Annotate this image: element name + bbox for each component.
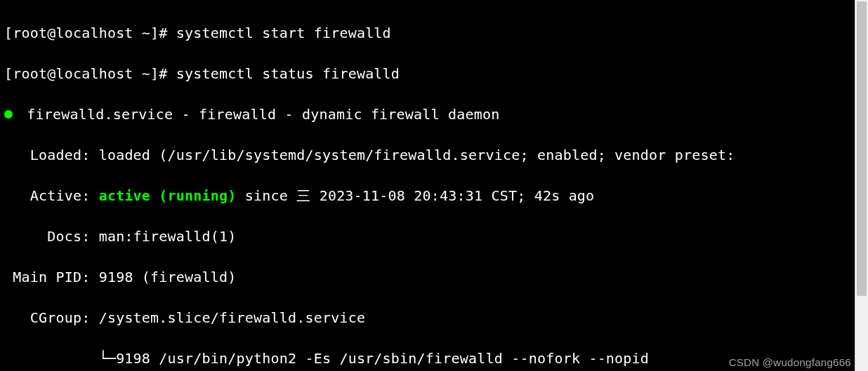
vertical-scrollbar[interactable] <box>855 0 868 371</box>
field-label: Main PID: <box>4 269 99 285</box>
service-header: firewalld.service - firewalld - dynamic … <box>4 104 851 125</box>
service-name: firewalld.service - firewalld - dynamic … <box>18 106 500 123</box>
field-value: 9198 (firewalld) <box>99 269 237 285</box>
watermark-text: CSDN @wudongfang666 <box>729 356 851 368</box>
field-label: CGroup: <box>4 309 99 326</box>
command-text: systemctl status firewalld <box>176 65 400 82</box>
prompt-line: [root@localhost ~]# systemctl status fir… <box>4 64 851 84</box>
field-label: Active: <box>4 187 99 204</box>
field-label: Loaded: <box>4 147 99 163</box>
scrollbar-thumb[interactable] <box>857 1 867 296</box>
mainpid-line: Main PID: 9198 (firewalld) <box>4 267 851 288</box>
field-value: loaded (/usr/lib/systemd/system/firewall… <box>99 147 735 163</box>
shell-prompt: [root@localhost ~]# <box>4 65 176 82</box>
loaded-line: Loaded: loaded (/usr/lib/systemd/system/… <box>4 145 851 166</box>
cgroup-line: CGroup: /system.slice/firewalld.service <box>4 308 851 328</box>
command-text: systemctl start firewalld <box>176 25 391 41</box>
active-line: Active: active (running) since 三 2023-11… <box>4 186 851 206</box>
status-dot-icon <box>4 110 13 119</box>
active-since: since 三 2023-11-08 20:43:31 CST; 42s ago <box>237 187 595 204</box>
active-state: active (running) <box>99 187 237 204</box>
field-label: Docs: <box>4 228 99 245</box>
docs-line: Docs: man:firewalld(1) <box>4 227 851 247</box>
field-value: man:firewalld(1) <box>99 228 237 245</box>
shell-prompt: [root@localhost ~]# <box>4 25 176 41</box>
prompt-line: [root@localhost ~]# systemctl start fire… <box>4 23 851 43</box>
field-value: /system.slice/firewalld.service <box>99 309 365 326</box>
terminal-window[interactable]: [root@localhost ~]# systemctl start fire… <box>0 0 855 371</box>
cgroup-child-line: └─9198 /usr/bin/python2 -Es /usr/sbin/fi… <box>4 349 851 369</box>
